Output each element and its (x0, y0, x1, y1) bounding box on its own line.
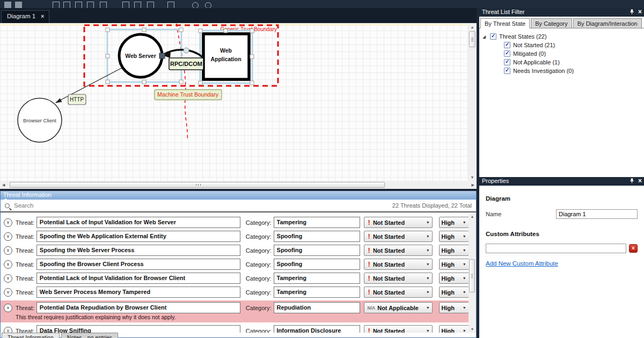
tab-threat-information[interactable]: Threat Information (2, 333, 60, 338)
scroll-down-icon[interactable]: ▼ (468, 175, 477, 179)
threat-state-dropdown[interactable]: ! Not Started ▼ (364, 286, 433, 298)
add-diagram-icon[interactable] (75, 2, 82, 8)
threat-state-dropdown[interactable]: ! Not Started ▼ (364, 325, 433, 333)
threat-row: ∨ Threat: Web Server Process Memory Tamp… (1, 286, 470, 298)
threat-category-field[interactable]: Spoofing (274, 259, 360, 270)
scroll-up-icon[interactable]: ▲ (469, 215, 476, 218)
threat-state-dropdown[interactable]: ! Not Started ▼ (364, 217, 433, 228)
threat-category-field[interactable]: Information Disclosure (274, 325, 360, 333)
canvas-vertical-scrollbar[interactable]: ▲ ▼ (468, 24, 477, 181)
threat-priority-dropdown[interactable]: High ▼ (439, 286, 469, 298)
threat-title-field[interactable]: Potential Lack of Input Validation for W… (36, 217, 240, 228)
scroll-left-icon[interactable]: ◀ (2, 183, 5, 187)
threat-priority-dropdown[interactable]: High ▼ (439, 217, 469, 228)
checkbox-needs-investigation[interactable] (504, 68, 510, 74)
tab-by-diagram-interaction[interactable]: By Diagram/Interaction (573, 18, 642, 28)
zoom-in-icon[interactable] (192, 2, 199, 8)
tab-diagram-1[interactable]: Diagram 1× (1, 10, 49, 23)
zoom-out-icon[interactable] (205, 2, 211, 8)
threat-title-field[interactable]: Spoofing the Web Server Process (36, 245, 240, 256)
checkbox-mitigated[interactable] (504, 50, 510, 57)
threat-priority-dropdown[interactable]: High ▼ (439, 302, 469, 313)
tree-expander-icon[interactable]: ◢ (482, 34, 489, 39)
threat-title-field[interactable]: Spoofing the Web Application External En… (36, 231, 240, 242)
custom-attribute-field[interactable] (486, 244, 626, 253)
delete-diagram-icon[interactable] (87, 2, 94, 8)
threat-priority-dropdown[interactable]: High ▼ (439, 245, 469, 256)
threat-priority-dropdown[interactable]: High ▼ (439, 231, 469, 242)
report-icon[interactable] (100, 2, 107, 8)
diagram-canvas[interactable]: Generic Trust Boundary Web Server Web Ap… (0, 24, 468, 181)
tab-by-category[interactable]: By Category (531, 18, 572, 28)
tree-item-not-started[interactable]: Not Started (21) (504, 42, 641, 48)
expand-chevron-icon[interactable]: ∨ (4, 327, 12, 333)
expand-chevron-icon[interactable]: ∨ (4, 260, 12, 269)
copy-icon[interactable] (122, 2, 129, 8)
undo-icon[interactable] (53, 2, 60, 8)
expand-chevron-icon[interactable]: ∨ (4, 288, 12, 297)
threat-state-dropdown[interactable]: ! Not Started ▼ (364, 259, 433, 270)
paste-icon[interactable] (147, 2, 154, 8)
expand-chevron-icon[interactable]: ∨ (4, 274, 12, 283)
tab-by-threat-state[interactable]: By Threat State (480, 18, 530, 28)
threat-priority-dropdown[interactable]: High ▼ (439, 273, 469, 284)
threat-title-field[interactable]: Potential Data Repudiation by Browser Cl… (36, 302, 240, 313)
close-icon[interactable]: × (638, 9, 642, 15)
threat-title-field[interactable]: Potential Lack of Input Validation for B… (36, 273, 240, 284)
tree-root-threat-states[interactable]: ◢ Threat States (22) (482, 33, 641, 40)
rpc-label: RPC/DCOM (170, 61, 202, 67)
machine-boundary-label: Machine Trust Boundary (157, 91, 219, 98)
cut-icon[interactable] (167, 2, 174, 8)
remove-attribute-button[interactable]: × (629, 244, 638, 253)
canvas-vscroll-thumb[interactable] (469, 31, 475, 47)
redo-icon[interactable] (63, 2, 70, 8)
checkbox-not-applicable[interactable] (504, 59, 510, 65)
state-value: Not Started (373, 247, 405, 254)
save-all-icon[interactable] (15, 2, 22, 8)
threat-priority-dropdown[interactable]: High ▼ (439, 325, 469, 333)
add-custom-attribute-link[interactable]: Add New Custom Attribute (486, 260, 558, 267)
expand-chevron-icon[interactable]: ∨ (4, 304, 12, 312)
threat-category-field[interactable]: Spoofing (274, 231, 360, 242)
threat-state-dropdown[interactable]: ! Not Started ▼ (364, 273, 433, 284)
rpc-flow-endpoint-handle[interactable] (159, 53, 165, 58)
threat-category-field[interactable]: Tampering (274, 217, 360, 228)
scroll-down-icon[interactable]: ▼ (469, 327, 476, 331)
chevron-down-icon: ▼ (424, 306, 430, 310)
link-icon[interactable] (134, 2, 141, 8)
scroll-right-icon[interactable]: ▶ (472, 183, 474, 187)
threat-state-dropdown[interactable]: N/A Not Applicable ▼ (364, 302, 433, 313)
threat-title-field[interactable]: Spoofing the Browser Client Process (36, 259, 240, 270)
checkbox-not-started[interactable] (504, 42, 510, 48)
threat-category-field[interactable]: Tampering (274, 286, 360, 298)
rpc-flow-mid-handle[interactable] (184, 48, 189, 53)
pin-icon[interactable] (630, 178, 634, 184)
canvas-horizontal-scrollbar[interactable]: ◀ ▶ (0, 181, 477, 189)
threat-category-field[interactable]: Tampering (274, 273, 360, 284)
tab-notes[interactable]: Notes—no entries (61, 333, 118, 338)
tab-close-icon[interactable]: × (41, 13, 44, 19)
diagram-name-field[interactable] (556, 209, 638, 219)
canvas-hscroll-thumb[interactable] (10, 182, 385, 188)
threat-list-scrollbar[interactable]: ▲ ▼ (469, 213, 476, 333)
threat-category-field[interactable]: Repudiation (274, 302, 360, 313)
expand-chevron-icon[interactable]: ∨ (4, 218, 12, 227)
threat-category-field[interactable]: Spoofing (274, 245, 360, 256)
tree-item-needs-investigation[interactable]: Needs Investigation (0) (504, 68, 641, 74)
tree-item-mitigated[interactable]: Mitigated (0) (504, 50, 641, 57)
threat-title-field[interactable]: Web Server Process Memory Tampered (36, 286, 240, 298)
threat-information-title: Threat Information (3, 192, 52, 198)
expand-chevron-icon[interactable]: ∨ (4, 232, 12, 241)
threat-state-dropdown[interactable]: ! Not Started ▼ (364, 245, 433, 256)
threat-scroll-thumb[interactable] (469, 259, 475, 292)
checkbox-threat-states[interactable] (490, 33, 496, 40)
scroll-up-icon[interactable]: ▲ (468, 25, 477, 29)
pin-icon[interactable] (630, 9, 634, 15)
save-icon[interactable] (4, 2, 11, 8)
threat-priority-dropdown[interactable]: High ▼ (439, 259, 469, 270)
tree-item-not-applicable[interactable]: Not Applicable (1) (504, 59, 641, 65)
close-icon[interactable]: × (638, 178, 642, 184)
expand-chevron-icon[interactable]: ∨ (4, 246, 12, 255)
threat-title-field[interactable]: Data Flow Sniffing (36, 325, 240, 333)
threat-state-dropdown[interactable]: ! Not Started ▼ (364, 231, 433, 242)
